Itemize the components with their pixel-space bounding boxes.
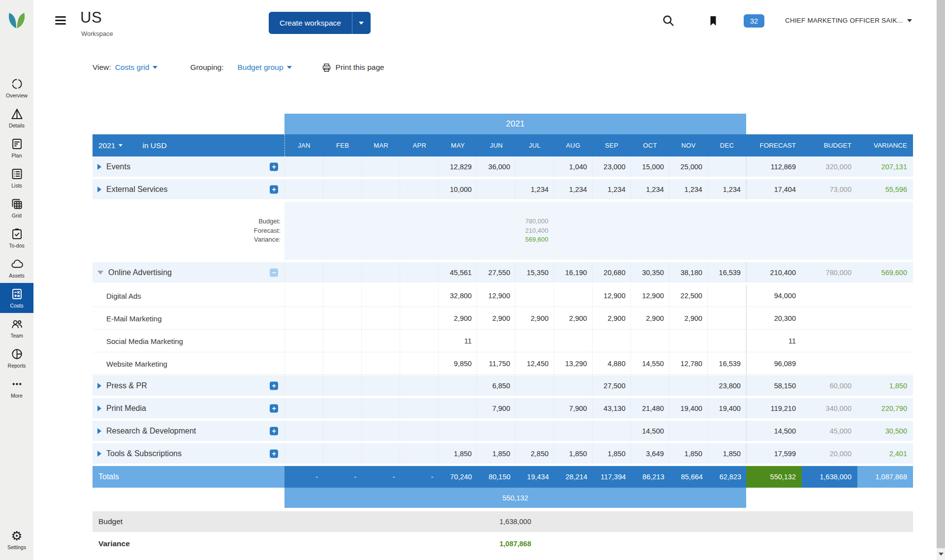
print-page-label: Print this page: [336, 63, 384, 72]
variance-cell: 220,790: [857, 398, 913, 418]
print-page-button[interactable]: Print this page: [321, 62, 384, 73]
month-cell: 23,800: [708, 375, 746, 396]
month-cell: [400, 421, 439, 441]
row-label-cell[interactable]: Events+: [93, 156, 284, 177]
collapse-group-button[interactable]: −: [270, 268, 278, 277]
row-label: Print Media: [106, 404, 146, 413]
row-label-cell[interactable]: Print Media+: [93, 398, 284, 418]
budget-cell: [802, 353, 857, 374]
create-workspace-dropdown[interactable]: [352, 12, 371, 34]
row-label-cell[interactable]: Social Media Marketing: [93, 330, 284, 352]
row-label-cell[interactable]: External Services+: [93, 179, 284, 199]
month-cell: 20,680: [593, 262, 631, 282]
sidebar-item-team[interactable]: Team: [0, 313, 33, 343]
add-cost-button[interactable]: +: [270, 185, 278, 193]
month-cell: 1,234: [708, 179, 746, 199]
row-label-cell[interactable]: Online Advertising−: [93, 262, 284, 282]
year-selector-dropdown[interactable]: 2021: [98, 141, 123, 150]
month-cell: [515, 375, 554, 396]
row-label-cell[interactable]: Press & PR+: [93, 375, 284, 396]
month-cell: [323, 398, 362, 418]
forecast-cell: 96,089: [746, 353, 802, 374]
budget-cell: 340,000: [802, 398, 857, 418]
create-workspace-button[interactable]: Create workspace: [269, 12, 371, 34]
grouping-dropdown[interactable]: Budget group: [237, 63, 291, 72]
totals-month-cell: 28,214: [554, 466, 592, 488]
sidebar-item-costs[interactable]: Costs: [0, 283, 33, 313]
row-label-cell[interactable]: Research & Development+: [93, 421, 284, 441]
month-cell: [400, 443, 439, 464]
month-cell: 19,400: [669, 398, 708, 418]
add-cost-button[interactable]: +: [270, 162, 278, 171]
search-icon[interactable]: [662, 14, 675, 30]
add-cost-button[interactable]: +: [270, 381, 278, 390]
totals-forecast: 550,132: [746, 466, 802, 488]
sidebar-item-to-dos[interactable]: To-dos: [0, 223, 33, 253]
month-cell: [285, 308, 323, 329]
collapse-arrow-icon[interactable]: [97, 271, 103, 275]
month-header: DEC: [708, 134, 746, 156]
table-row: Digital Ads32,80012,90012,90012,90022,50…: [93, 285, 913, 307]
year-banner: 2021: [284, 114, 746, 134]
month-cell: 1,040: [554, 156, 593, 177]
expand-arrow-icon[interactable]: [97, 451, 101, 457]
budget-cell: 780,000: [802, 262, 857, 282]
add-cost-button[interactable]: +: [270, 427, 278, 435]
month-cell: 2,900: [669, 308, 708, 329]
month-header: SEP: [593, 134, 631, 156]
expand-arrow-icon[interactable]: [97, 187, 101, 192]
month-cell: [554, 330, 593, 352]
scroll-down-button[interactable]: [937, 548, 945, 560]
row-label-cell[interactable]: Digital Ads: [93, 285, 284, 307]
add-cost-button[interactable]: +: [270, 449, 278, 458]
view-dropdown[interactable]: Costs grid: [115, 63, 158, 72]
month-header: MAY: [439, 134, 477, 156]
sidebar-item-assets[interactable]: Assets: [0, 253, 33, 283]
lists-icon: [10, 167, 24, 181]
sidebar-item-overview[interactable]: Overview: [0, 73, 33, 103]
user-menu[interactable]: CHIEF MARKETING OFFICER SAIK...: [785, 17, 912, 24]
row-label-cell[interactable]: Website Marketing: [93, 353, 284, 374]
scrollbar-thumb[interactable]: [937, 0, 945, 548]
create-workspace-label[interactable]: Create workspace: [269, 12, 352, 34]
row-label-cell[interactable]: E-Mail Marketing: [93, 308, 284, 329]
expand-arrow-icon[interactable]: [97, 405, 101, 411]
add-cost-button[interactable]: +: [270, 404, 278, 412]
month-cell: [400, 375, 439, 396]
sidebar-item-more[interactable]: More: [0, 373, 33, 403]
month-cell: 1,234: [554, 179, 593, 199]
expand-arrow-icon[interactable]: [97, 164, 101, 170]
notification-count-badge[interactable]: 32: [744, 14, 764, 28]
bookmark-icon[interactable]: [707, 15, 719, 30]
month-cell: [515, 285, 554, 307]
vertical-scrollbar[interactable]: [937, 0, 945, 560]
expand-arrow-icon[interactable]: [97, 383, 101, 389]
month-cell: 38,180: [669, 262, 708, 282]
month-cell: [708, 156, 746, 177]
month-cell: 4,880: [593, 353, 631, 374]
row-label: Research & Development: [106, 427, 196, 436]
row-label-cell[interactable]: Tools & Subscriptions+: [93, 443, 284, 464]
sidebar-item-plan[interactable]: Plan: [0, 133, 33, 163]
sidebar-item-details[interactable]: Details: [0, 103, 33, 133]
month-cell: 2,900: [439, 308, 477, 329]
month-cell: 15,000: [631, 156, 669, 177]
hamburger-menu-icon[interactable]: [55, 16, 66, 27]
table-row: Press & PR+6,85027,50023,80058,15060,000…: [93, 375, 913, 396]
sidebar-item-reports[interactable]: Reports: [0, 343, 33, 373]
month-cell: 2,900: [593, 308, 631, 329]
variance-cell: 30,500: [857, 421, 913, 441]
month-cell: [400, 262, 439, 282]
variance-cell: [857, 353, 913, 374]
sidebar-item-grid[interactable]: Grid: [0, 193, 33, 223]
sidebar-item-settings[interactable]: ⚙ Settings: [0, 526, 33, 554]
budget-cell: [802, 285, 857, 307]
variance-cell: 2,401: [857, 443, 913, 464]
expand-arrow-icon[interactable]: [97, 428, 101, 434]
month-cell: 1,234: [631, 179, 669, 199]
month-cell: [708, 285, 746, 307]
app-logo[interactable]: [0, 0, 33, 42]
sidebar-item-lists[interactable]: Lists: [0, 163, 33, 193]
month-cell: [323, 285, 362, 307]
sidebar-nav: Overview Details Plan Lists Grid To-dos …: [0, 73, 33, 403]
